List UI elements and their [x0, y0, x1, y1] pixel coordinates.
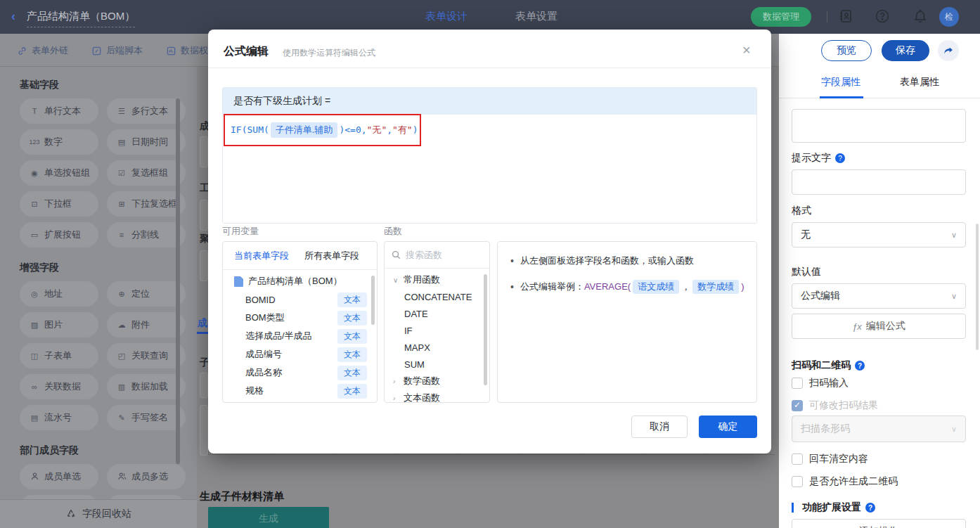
variables-root-row[interactable]: 产品结构清单（BOM）	[223, 272, 377, 290]
tab-all-form-fields[interactable]: 所有表单字段	[304, 250, 359, 262]
field-type-image[interactable]: ▨图片	[20, 312, 98, 337]
function-item[interactable]: DATE	[385, 305, 489, 322]
share-button[interactable]	[938, 40, 959, 61]
variable-row[interactable]: 成品名称文本	[223, 363, 377, 382]
tab-field-properties[interactable]: 字段属性	[821, 76, 860, 89]
format-select[interactable]: 无∨	[792, 222, 966, 247]
data-manage-button[interactable]: 数据管理	[751, 7, 811, 27]
field-type-multi-text[interactable]: ☰多行文本	[107, 98, 186, 124]
contacts-icon[interactable]	[838, 8, 855, 25]
checkbox-checked-icon[interactable]	[792, 400, 803, 411]
checkbox-unchecked-icon[interactable]	[792, 453, 803, 465]
variable-row[interactable]: 成品编号文本	[223, 345, 377, 363]
help-icon[interactable]	[875, 8, 891, 25]
field-type-multi-dropdown[interactable]: ⊞下拉复选框	[107, 191, 186, 217]
field-type-member-multi[interactable]: 成员多选	[107, 464, 186, 489]
sidebar-scrollbar[interactable]	[176, 98, 180, 464]
toolbar-item-label: 表单外链	[32, 44, 68, 57]
field-type-address[interactable]: ◎地址	[20, 281, 98, 307]
default-value-select[interactable]: 公式编辑∨	[792, 283, 966, 309]
edit-formula-button[interactable]: ƒx编辑公式	[792, 314, 966, 339]
tab-form-design[interactable]: 表单设计	[425, 10, 468, 23]
variables-section-label: 可用变量	[222, 225, 259, 238]
section-accent-bar	[792, 503, 794, 513]
panel-top-input[interactable]	[792, 109, 966, 143]
variable-row[interactable]: 文本	[223, 400, 377, 403]
sidebar-group-title: 基础字段	[20, 79, 197, 91]
scan-barcode-select[interactable]: 扫描条形码∨	[792, 416, 966, 442]
field-type-dropdown[interactable]: ⊡下拉框	[20, 191, 98, 217]
notifications-bell-icon[interactable]	[913, 8, 929, 25]
field-type-radio-group[interactable]: ◉单选按钮组	[20, 160, 98, 186]
function-group-math[interactable]: ›数学函数	[385, 373, 489, 389]
checkbox-unchecked-icon[interactable]	[792, 378, 803, 389]
checkbox-clear-on-enter[interactable]: 回车清空内容	[792, 453, 868, 465]
help-question-icon[interactable]: ?	[835, 153, 845, 163]
formula-expression[interactable]: IF(SUM(子件清单.辅助)<=0,"无","有")	[231, 122, 418, 138]
function-item[interactable]: SUM	[385, 356, 489, 373]
field-type-single-text[interactable]: T单行文本	[20, 98, 98, 124]
function-group-text[interactable]: ›文本函数	[385, 389, 489, 403]
checkbox-modify-scan-result[interactable]: 可修改扫码结果	[792, 399, 878, 412]
canvas-input-fragment	[200, 405, 208, 456]
hint-text-input[interactable]	[792, 169, 966, 195]
toolbar-item-external-link[interactable]: 表单外链	[17, 44, 68, 57]
search-function-input[interactable]	[406, 250, 476, 260]
share-arrow-icon	[943, 45, 954, 56]
field-recycle-bin[interactable]: 字段回收站	[0, 499, 197, 528]
field-type-subform[interactable]: ◫子表单	[20, 343, 98, 368]
cancel-button[interactable]: 取消	[631, 416, 688, 438]
tab-form-settings[interactable]: 表单设置	[515, 10, 557, 23]
functions-scrollbar[interactable]	[484, 274, 487, 385]
panel-scrollbar[interactable]	[976, 224, 979, 350]
preview-button[interactable]: 预览	[821, 40, 872, 61]
formula-input-area[interactable]: IF(SUM(子件清单.辅助)<=0,"无","有")	[223, 115, 756, 224]
field-type-divider[interactable]: ≡分割线	[107, 222, 186, 247]
function-item[interactable]: IF	[385, 322, 489, 339]
field-type-badge: 文本	[337, 402, 367, 404]
variables-tree: 产品结构清单（BOM） BOMID文本 BOM类型文本 选择成品/半成品文本 成…	[223, 270, 377, 403]
field-type-signature[interactable]: ✎手写签名	[107, 405, 186, 430]
field-type-attachment[interactable]: ☁附件	[107, 312, 186, 337]
dialog-title: 公式编辑	[224, 44, 269, 59]
field-type-data-load[interactable]: ▥数据加载	[107, 374, 186, 399]
toolbar-item-backend-script[interactable]: 后端脚本	[91, 44, 143, 57]
field-type-number[interactable]: 123数字	[20, 129, 98, 155]
save-button[interactable]: 保存	[882, 40, 929, 61]
variable-row[interactable]: 规格文本	[223, 382, 377, 400]
close-icon[interactable]: ×	[742, 42, 751, 58]
field-type-checkbox-group[interactable]: ☑复选框组	[107, 160, 186, 186]
help-question-icon[interactable]: ?	[865, 503, 875, 513]
help-line-1: • 从左侧面板选择字段名和函数，或输入函数	[498, 255, 756, 267]
variables-scrollbar[interactable]	[371, 276, 375, 325]
variables-tabs: 当前表单字段 所有表单字段	[223, 242, 377, 270]
field-type-serial-number[interactable]: ▤流水号	[20, 405, 98, 430]
bullet-icon: •	[510, 281, 514, 292]
checkbox-scan-input[interactable]: 扫码输入	[792, 377, 849, 389]
variable-row[interactable]: 选择成品/半成品文本	[223, 327, 377, 345]
function-group-common[interactable]: ∨常用函数	[385, 271, 489, 288]
checkbox-unchecked-icon[interactable]	[792, 476, 803, 487]
user-avatar[interactable]: 检	[939, 7, 959, 27]
function-item[interactable]: CONCATENATE	[385, 288, 489, 305]
variable-row[interactable]: BOMID文本	[223, 290, 377, 309]
field-type-linked-data[interactable]: ∞关联数据	[20, 374, 98, 399]
tab-form-properties[interactable]: 表单属性	[900, 76, 939, 89]
caret-down-icon: ∨	[393, 276, 400, 284]
field-chip[interactable]: 子件清单.辅助	[271, 122, 338, 138]
checkbox-allow-qr[interactable]: 是否允许生成二维码	[792, 475, 898, 488]
function-item[interactable]: MAPX	[385, 339, 489, 356]
field-type-member-single[interactable]: 成员单选	[20, 464, 98, 489]
field-type-linked-query[interactable]: ◰关联查询	[107, 343, 186, 368]
confirm-button[interactable]: 确定	[699, 416, 757, 438]
add-action-button[interactable]: 添加操作	[792, 519, 966, 528]
generate-button[interactable]: 生成	[208, 507, 329, 528]
tab-current-form-fields[interactable]: 当前表单字段	[234, 250, 289, 262]
field-type-extend-button[interactable]: ▭扩展按钮	[20, 222, 98, 247]
field-type-location[interactable]: ⊕定位	[107, 281, 186, 307]
properties-panel: 预览 保存 字段属性 表单属性 提示文字? 格式 无∨ 默认值 公式编辑∨ ƒx…	[779, 34, 980, 528]
back-chevron-icon[interactable]: ‹	[11, 9, 15, 24]
variable-row[interactable]: BOM类型文本	[223, 309, 377, 327]
field-type-datetime[interactable]: ▤日期时间	[107, 129, 186, 155]
help-question-icon[interactable]: ?	[855, 361, 865, 371]
